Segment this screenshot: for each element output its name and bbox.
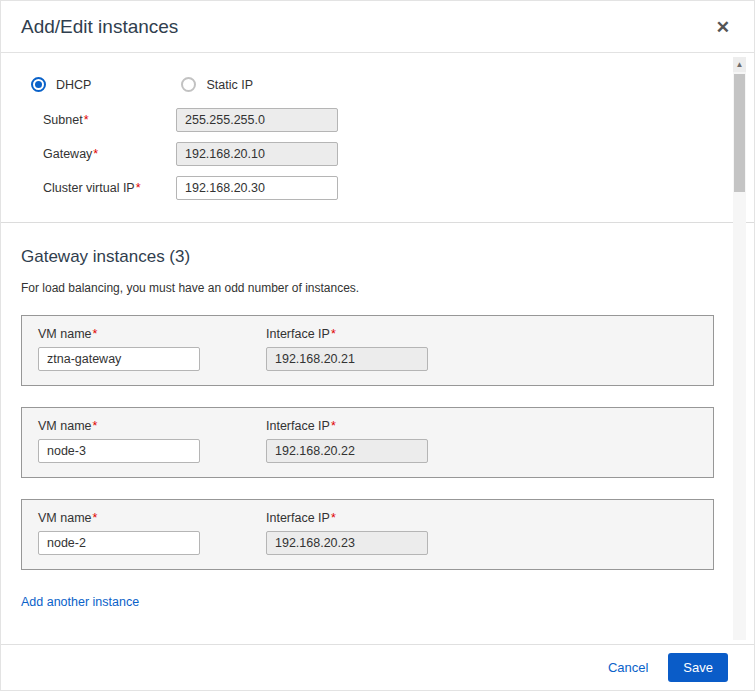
gateway-label: Gateway* (43, 147, 176, 161)
radio-selected-icon (31, 77, 46, 92)
cluster-virtual-ip-field-row: Cluster virtual IP* (43, 176, 714, 200)
vm-name-input[interactable] (38, 439, 200, 463)
close-icon[interactable]: ✕ (716, 19, 730, 36)
ip-mode-radio-group: DHCP Static IP (31, 77, 714, 92)
scrollbar-track[interactable]: ▲ (733, 57, 746, 640)
gateway-field-row: Gateway* (43, 142, 714, 166)
interface-ip-input[interactable] (266, 531, 428, 555)
gateway-instances-heading: Gateway instances (3) (21, 247, 714, 267)
required-marker: * (93, 147, 98, 161)
instance-card: VM name* Interface IP* (21, 407, 714, 478)
required-marker: * (136, 181, 141, 195)
dialog-header: Add/Edit instances ✕ (1, 1, 754, 53)
interface-ip-input[interactable] (266, 347, 428, 371)
required-marker: * (331, 419, 336, 433)
instance-card: VM name* Interface IP* (21, 499, 714, 570)
cancel-button[interactable]: Cancel (608, 660, 648, 675)
vm-name-label: VM name* (38, 327, 266, 341)
save-button[interactable]: Save (668, 653, 728, 682)
subnet-label: Subnet* (43, 113, 176, 127)
interface-ip-input[interactable] (266, 439, 428, 463)
radio-unselected-icon (181, 77, 196, 92)
vm-name-label: VM name* (38, 419, 266, 433)
radio-static-ip-label: Static IP (206, 78, 253, 92)
radio-dhcp-label: DHCP (56, 78, 91, 92)
add-another-instance-link[interactable]: Add another instance (21, 595, 139, 609)
scroll-up-icon[interactable]: ▲ (733, 57, 746, 72)
cluster-virtual-ip-input[interactable] (176, 176, 338, 200)
cluster-virtual-ip-label: Cluster virtual IP* (43, 181, 176, 195)
load-balancing-note: For load balancing, you must have an odd… (21, 281, 714, 295)
section-divider (1, 222, 754, 223)
dialog-title: Add/Edit instances (21, 16, 178, 38)
vm-name-input[interactable] (38, 531, 200, 555)
dialog-body: DHCP Static IP Subnet* Gateway* Cluster … (1, 53, 754, 644)
instance-card: VM name* Interface IP* (21, 315, 714, 386)
add-edit-instances-dialog: Add/Edit instances ✕ DHCP Static IP Subn… (0, 0, 755, 691)
required-marker: * (331, 327, 336, 341)
gateway-input[interactable] (176, 142, 338, 166)
vm-name-input[interactable] (38, 347, 200, 371)
vm-name-label: VM name* (38, 511, 266, 525)
required-marker: * (93, 327, 98, 341)
scrollbar-thumb[interactable] (734, 74, 745, 192)
required-marker: * (84, 113, 89, 127)
interface-ip-label: Interface IP* (266, 419, 428, 433)
subnet-field-row: Subnet* (43, 108, 714, 132)
dialog-footer: Cancel Save (1, 644, 754, 690)
interface-ip-label: Interface IP* (266, 511, 428, 525)
radio-static-ip[interactable]: Static IP (181, 77, 253, 92)
required-marker: * (93, 419, 98, 433)
radio-dhcp[interactable]: DHCP (31, 77, 91, 92)
subnet-input[interactable] (176, 108, 338, 132)
instance-cards: VM name* Interface IP* VM name* Interfac… (21, 315, 714, 570)
network-fields: Subnet* Gateway* Cluster virtual IP* (43, 108, 714, 200)
interface-ip-label: Interface IP* (266, 327, 428, 341)
required-marker: * (331, 511, 336, 525)
required-marker: * (93, 511, 98, 525)
